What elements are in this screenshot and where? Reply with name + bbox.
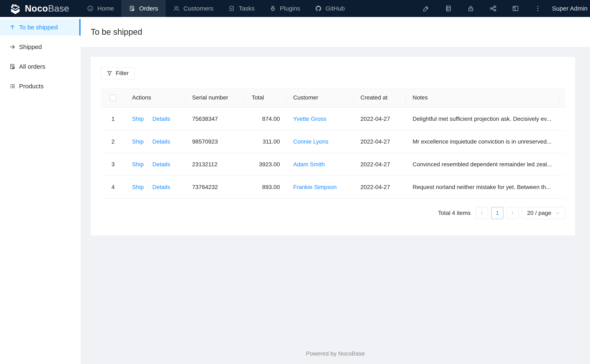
nav-item-label: Home [97, 5, 114, 12]
layout-settings-button[interactable] [504, 0, 527, 17]
orders-table: Actions Serial number Total Customer Cre… [101, 88, 565, 199]
row-index: 4 [101, 176, 126, 199]
cube-logo-icon [9, 2, 21, 15]
sidebar-item-all-orders[interactable]: All orders [0, 58, 80, 75]
total-cell: 3923.00 [245, 153, 286, 176]
sidebar-item-label: To be shipped [19, 24, 58, 31]
notes-cell: Mr excellence inquietude conviction is i… [406, 130, 559, 153]
main-area: To be shipped Filter [81, 17, 590, 364]
sidebar-item-label: Products [19, 83, 43, 90]
nav-item-tasks[interactable]: Tasks [221, 0, 262, 17]
table-row: 3 ShipDetails 23132112 3923.00 Adam Smit… [101, 153, 565, 176]
nav-item-home[interactable]: Home [80, 0, 121, 17]
arrow-right-icon [9, 44, 16, 50]
table-row: 1 ShipDetails 75638347 874.00 Yvette Gro… [101, 108, 565, 130]
pagination-next-button[interactable] [507, 207, 519, 219]
details-link[interactable]: Details [152, 116, 170, 122]
navbar-right-actions: Super Admin [415, 0, 590, 17]
people-icon [173, 5, 180, 12]
pagination-page-1[interactable]: 1 [491, 207, 503, 219]
sidebar: To be shipped Shipped All orders [0, 17, 81, 364]
top-navbar: NocoBase Home Orders [0, 0, 590, 17]
serial-cell: 98570923 [186, 130, 245, 153]
page-size-select[interactable]: 20 / page [522, 207, 565, 219]
page-size-value: 20 / page [527, 210, 551, 216]
more-menu-button[interactable] [527, 0, 549, 17]
customer-link[interactable]: Connie Lyons [293, 138, 328, 145]
pagination-total: Total 4 items [438, 210, 471, 216]
customer-cell: Adam Smith [286, 153, 354, 176]
column-header-customer: Customer [286, 88, 354, 108]
customer-link[interactable]: Adam Smith [293, 161, 325, 168]
ship-link[interactable]: Ship [132, 138, 144, 145]
nav-item-label: Tasks [239, 5, 255, 12]
github-icon [315, 5, 322, 12]
user-menu[interactable]: Super Admin [549, 5, 588, 12]
created-cell: 2022-04-27 [354, 130, 406, 153]
spacer-cell [559, 108, 565, 130]
chevron-right-icon [510, 211, 515, 215]
spacer-cell [559, 153, 565, 176]
collections-button[interactable] [437, 0, 460, 17]
list-icon [9, 83, 16, 90]
customer-cell: Yvette Gross [286, 108, 354, 130]
nav-item-plugins[interactable]: Plugins [262, 0, 308, 17]
column-header-serial: Serial number [186, 88, 245, 108]
pagination: Total 4 items 1 20 / page [101, 207, 565, 219]
pagination-prev-button[interactable] [476, 207, 488, 219]
smiley-face-icon [87, 5, 93, 12]
serial-cell: 23132112 [186, 153, 245, 176]
nav-item-github[interactable]: GitHub [308, 0, 352, 17]
created-cell: 2022-04-27 [354, 176, 406, 199]
customer-link[interactable]: Yvette Gross [293, 116, 326, 122]
ship-link[interactable]: Ship [132, 116, 144, 122]
chevron-down-icon [555, 211, 560, 215]
filter-button[interactable]: Filter [101, 67, 135, 79]
notes-cell: Request norland neither mistake for yet.… [406, 176, 559, 199]
sidebar-item-shipped[interactable]: Shipped [0, 39, 80, 55]
column-header-total: Total [245, 88, 286, 108]
details-link[interactable]: Details [152, 161, 170, 168]
ui-editor-button[interactable] [415, 0, 437, 17]
ship-link[interactable]: Ship [132, 161, 144, 168]
workflow-button[interactable] [482, 0, 504, 17]
column-header-notes: Notes [406, 88, 559, 108]
pen-icon [423, 5, 430, 12]
nav-item-customers[interactable]: Customers [166, 0, 221, 17]
details-link[interactable]: Details [152, 138, 170, 145]
row-index: 3 [101, 153, 126, 176]
sidebar-item-products[interactable]: Products [0, 78, 80, 95]
serial-cell: 73764232 [186, 176, 245, 199]
sidebar-item-label: All orders [19, 63, 45, 70]
ship-link[interactable]: Ship [132, 184, 144, 190]
row-index: 2 [101, 130, 126, 153]
nav-item-orders[interactable]: Orders [121, 0, 166, 17]
action-divider [148, 162, 148, 167]
actions-cell: ShipDetails [126, 176, 186, 199]
sidebar-item-label: Shipped [19, 43, 42, 51]
app-root: NocoBase Home Orders [0, 0, 590, 364]
created-cell: 2022-04-27 [354, 153, 406, 176]
orders-card: Filter Actions Serial number [91, 57, 575, 236]
robot-icon [270, 5, 276, 12]
details-link[interactable]: Details [152, 184, 170, 190]
actions-cell: ShipDetails [126, 130, 186, 153]
main-nav-menu: Home Orders Customers [80, 0, 352, 17]
select-all-checkbox[interactable] [110, 95, 116, 101]
access-control-button[interactable] [460, 0, 482, 17]
sidebar-item-to-be-shipped[interactable]: To be shipped [0, 19, 80, 36]
nocobase-logo[interactable]: NocoBase [0, 0, 80, 17]
action-divider [148, 116, 148, 121]
database-icon [445, 5, 452, 12]
total-cell: 893.00 [245, 176, 286, 199]
lock-icon [467, 5, 474, 12]
customer-link[interactable]: Frankie Simpson [293, 184, 337, 190]
customer-cell: Connie Lyons [286, 130, 354, 153]
arrow-up-icon [9, 24, 16, 31]
table-row: 2 ShipDetails 98570923 311.00 Connie Lyo… [101, 130, 565, 153]
spacer-cell [559, 176, 565, 199]
row-index: 1 [101, 108, 126, 130]
order-document-icon [129, 5, 135, 12]
order-document-icon [9, 63, 16, 70]
nav-item-label: Orders [139, 5, 158, 12]
